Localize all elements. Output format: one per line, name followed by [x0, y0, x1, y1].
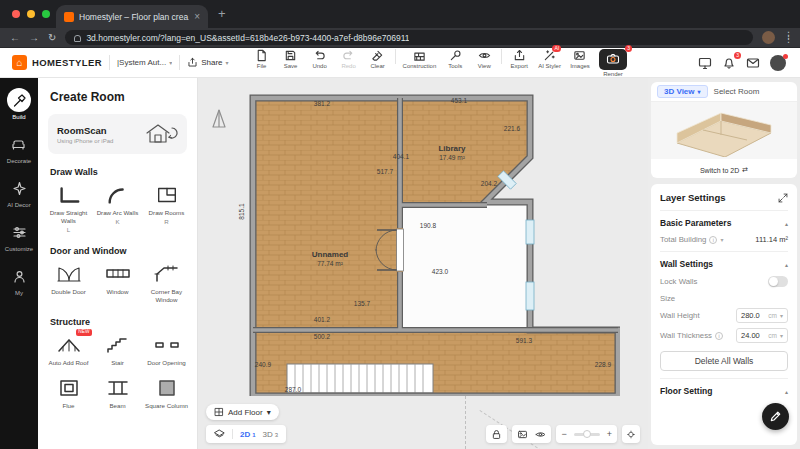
tool-double-door[interactable]: Double Door	[44, 262, 93, 304]
feedback-button[interactable]	[762, 403, 789, 430]
tool-draw-arc-walls[interactable]: Draw Arc Walls K	[93, 183, 142, 233]
chevron-down-icon[interactable]: ▾	[720, 236, 723, 243]
ai-styler-button[interactable]: AI AI Styler	[536, 49, 563, 69]
project-name-dropdown[interactable]: |System Aut... ▾	[117, 58, 172, 67]
delete-all-walls-button[interactable]: Delete All Walls	[660, 351, 788, 371]
eye-icon[interactable]	[535, 429, 546, 440]
basic-parameters-header[interactable]: Basic Parameters ▴	[660, 218, 788, 228]
back-icon[interactable]: ←	[10, 33, 20, 43]
zoom-in-button[interactable]: +	[607, 430, 612, 439]
tab-close-icon[interactable]: ×	[194, 12, 200, 22]
collapse-icon: ▴	[785, 388, 788, 395]
room-label-unnamed[interactable]: Unnamed 77.74 m²	[295, 250, 365, 267]
homestyler-logo[interactable]: ⌂ HOMESTYLER	[12, 55, 102, 70]
construction-button[interactable]: Construction	[401, 49, 439, 69]
images-button[interactable]: Images	[568, 49, 592, 69]
favicon	[64, 12, 74, 22]
zoom-slider-knob[interactable]	[583, 430, 591, 438]
lock-walls-toggle[interactable]	[768, 276, 788, 287]
address-bar[interactable]: 3d.homestyler.com/?lang=en_US&assetId=61…	[65, 30, 753, 45]
chevron-down-icon: ▾	[226, 59, 229, 66]
room-label-library[interactable]: Library 17.49 m²	[417, 144, 487, 161]
image-icon[interactable]	[517, 429, 528, 440]
floor-plan-canvas[interactable]: Library 17.49 m² Unnamed 77.74 m² 381.2 …	[198, 78, 648, 449]
rail-item-customize[interactable]: Customize	[5, 220, 33, 252]
notifications-button[interactable]: 3	[722, 56, 736, 70]
tool-door-opening[interactable]: Door Opening	[142, 333, 191, 367]
tool-flue[interactable]: Flue	[44, 376, 93, 410]
tab-3d[interactable]: 3D3	[263, 430, 279, 439]
3d-preview[interactable]	[651, 102, 797, 159]
zoom-control: − +	[556, 425, 617, 443]
rail-item-build[interactable]: Build	[7, 88, 31, 120]
roomscan-card[interactable]: RoomScan Using iPhone or iPad	[48, 114, 187, 154]
clear-button[interactable]: Clear	[366, 49, 390, 69]
tool-draw-rooms[interactable]: Draw Rooms R	[142, 183, 191, 233]
tool-square-column[interactable]: Square Column	[142, 376, 191, 410]
expand-icon[interactable]	[778, 193, 788, 203]
tool-corner-bay-window[interactable]: Corner Bay Window	[142, 262, 191, 304]
rail-item-decorate[interactable]: Decorate	[7, 132, 31, 164]
display-button[interactable]	[698, 56, 712, 70]
new-tab-button[interactable]: +	[218, 6, 226, 21]
view-button[interactable]: View	[472, 49, 496, 69]
tool-window[interactable]: Window	[93, 262, 142, 304]
new-badge: NEW	[76, 329, 91, 336]
window-controls[interactable]	[12, 10, 50, 18]
export-button[interactable]: Export	[507, 49, 531, 69]
redo-button[interactable]: Redo	[337, 49, 361, 69]
tab-2d[interactable]: 2D1	[240, 430, 256, 439]
eye-icon	[478, 49, 491, 62]
undo-button[interactable]: Undo	[308, 49, 332, 69]
export-icon	[513, 49, 526, 62]
maximize-window-button[interactable]	[42, 10, 50, 18]
share-icon	[187, 57, 198, 68]
stairs[interactable]	[287, 364, 433, 393]
roomscan-house-icon	[144, 121, 178, 147]
square-column-icon	[154, 376, 180, 400]
swap-icon: ⇄	[742, 166, 748, 174]
floor-plan-drawing[interactable]	[245, 90, 620, 396]
divider	[501, 49, 502, 64]
wall-height-row: Wall Height 280.0 cm ▾	[660, 308, 788, 323]
rail-item-my[interactable]: My	[7, 264, 31, 296]
save-button[interactable]: Save	[279, 49, 303, 69]
rail-item-ai-decor[interactable]: AI Decor	[7, 176, 31, 208]
user-avatar[interactable]	[770, 55, 786, 71]
zoom-slider[interactable]	[574, 433, 600, 436]
forward-icon[interactable]: →	[29, 33, 39, 43]
tool-stair[interactable]: Stair	[93, 333, 142, 367]
reload-icon[interactable]: ↻	[48, 33, 56, 43]
browser-menu-icon[interactable]: ⋮⋮	[784, 34, 790, 40]
zoom-out-button[interactable]: −	[561, 430, 566, 439]
info-icon[interactable]: i	[709, 236, 717, 244]
tab-select-room[interactable]: Select Room	[714, 87, 760, 96]
file-button[interactable]: File	[250, 49, 274, 69]
tools-button[interactable]: Tools	[443, 49, 467, 69]
wall-thickness-input[interactable]: 24.00 cm ▾	[736, 328, 788, 343]
render-button[interactable]: 3 Render	[597, 49, 629, 77]
dimension-label: 404.1	[393, 153, 409, 160]
tool-beam[interactable]: Beam	[93, 376, 142, 410]
wall-settings-header[interactable]: Wall Settings ▴	[660, 259, 788, 269]
tool-draw-straight-walls[interactable]: Draw Straight Walls L	[44, 183, 93, 233]
isometric-model	[659, 105, 789, 157]
share-button[interactable]: Share ▾	[187, 57, 228, 68]
info-icon[interactable]: i	[715, 332, 723, 340]
minimize-window-button[interactable]	[27, 10, 35, 18]
header-right-icons: 3	[698, 55, 788, 71]
wall-height-input[interactable]: 280.0 cm ▾	[736, 308, 788, 323]
messages-button[interactable]	[746, 56, 760, 70]
lock-view-button[interactable]	[486, 425, 507, 443]
add-floor-button[interactable]: Add Floor ▾	[206, 404, 279, 420]
locate-button[interactable]	[622, 425, 640, 443]
tool-auto-add-roof[interactable]: NEW Auto Add Roof	[44, 333, 93, 367]
close-window-button[interactable]	[12, 10, 20, 18]
layers-icon[interactable]	[214, 429, 225, 440]
floor-setting-header[interactable]: Floor Setting ▴	[660, 386, 788, 396]
tab-3d-view[interactable]: 3D View ▾	[657, 85, 708, 98]
switch-to-2d-button[interactable]: Switch to 2D ⇄	[694, 165, 754, 175]
browser-tab[interactable]: Homestyler – Floor plan crea... ×	[56, 5, 208, 28]
dimension-label: 401.2	[314, 316, 330, 323]
browser-profile-avatar[interactable]	[762, 31, 775, 44]
